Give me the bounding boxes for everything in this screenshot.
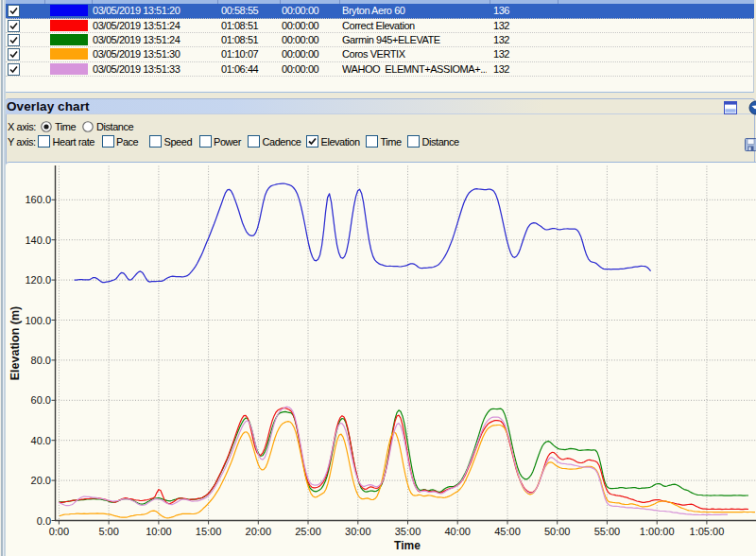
svg-text:0:00: 0:00 xyxy=(49,526,69,537)
svg-text:55:00: 55:00 xyxy=(594,526,621,537)
svg-text:100.0: 100.0 xyxy=(25,315,51,326)
svg-text:0.0: 0.0 xyxy=(37,515,51,527)
svg-text:60.0: 60.0 xyxy=(31,394,51,406)
svg-text:20.0: 20.0 xyxy=(31,475,51,486)
svg-text:Time: Time xyxy=(394,539,421,552)
svg-text:1:00:00: 1:00:00 xyxy=(640,526,675,537)
svg-text:120.0: 120.0 xyxy=(25,274,51,286)
svg-text:40:00: 40:00 xyxy=(444,526,471,537)
svg-text:5:00: 5:00 xyxy=(98,526,118,537)
svg-text:15:00: 15:00 xyxy=(196,526,222,537)
svg-text:80.0: 80.0 xyxy=(31,355,51,366)
svg-text:20:00: 20:00 xyxy=(246,526,272,537)
svg-text:45:00: 45:00 xyxy=(494,526,521,537)
svg-text:140.0: 140.0 xyxy=(25,235,51,246)
svg-text:1:05:00: 1:05:00 xyxy=(690,526,725,537)
svg-text:25:00: 25:00 xyxy=(295,526,321,537)
svg-text:160.0: 160.0 xyxy=(25,194,51,205)
svg-text:35:00: 35:00 xyxy=(395,526,421,537)
svg-text:10:00: 10:00 xyxy=(146,526,172,537)
svg-text:40.0: 40.0 xyxy=(31,435,51,446)
svg-text:30:00: 30:00 xyxy=(345,526,371,537)
svg-text:Elevation (m): Elevation (m) xyxy=(9,306,22,381)
svg-text:50:00: 50:00 xyxy=(544,526,571,537)
